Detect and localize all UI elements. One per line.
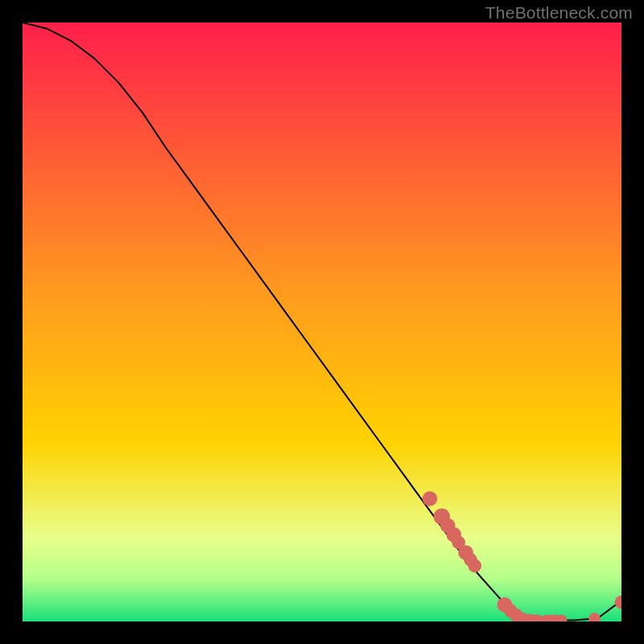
data-point [468,559,481,572]
plot-area [23,23,621,621]
watermark-label: TheBottleneck.com [485,3,633,23]
gradient-backdrop [23,23,621,621]
data-point [423,491,438,506]
plot-svg [23,23,621,621]
chart-stage: TheBottleneck.com [0,0,644,644]
